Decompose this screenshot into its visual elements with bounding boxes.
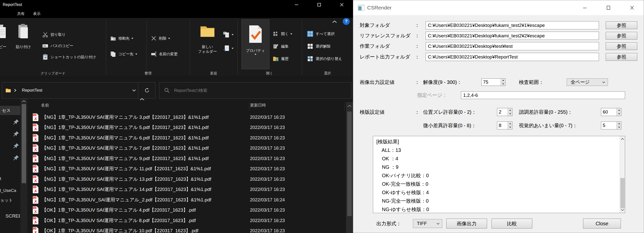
spin-down-button[interactable] <box>617 125 621 129</box>
sidebar-item[interactable]: l_UseCa <box>0 188 20 193</box>
work-folder-input[interactable]: C:¥Users¥EB030221¥Desktop¥test¥test <box>426 42 599 50</box>
minimize-button[interactable] <box>576 0 594 15</box>
position-tolerance-spinner[interactable]: 2 <box>497 108 512 116</box>
spin-up-button[interactable] <box>508 122 512 125</box>
reference-folder-input[interactable]: C:¥Users¥EB030221¥Desktop¥fukami_test2¥2… <box>426 32 599 40</box>
clear-selection-button[interactable]: 選択解除 <box>307 42 353 51</box>
compare-button[interactable]: 比較 <box>492 218 532 228</box>
edit-button[interactable]: 編集 <box>273 42 292 51</box>
copy-button[interactable]: コピー <box>0 18 10 61</box>
column-divider[interactable] <box>249 102 249 111</box>
tab-share[interactable]: 共有 <box>13 9 29 18</box>
refresh-button[interactable] <box>138 82 156 98</box>
select-all-button[interactable]: すべて選択 <box>307 30 353 38</box>
close-button[interactable] <box>330 0 353 9</box>
collapse-ribbon-button[interactable] <box>331 19 338 25</box>
pdf-icon: PDF <box>32 185 39 193</box>
spin-up-button[interactable] <box>617 122 621 125</box>
specified-pages-input[interactable]: 1,2,4-6 <box>461 91 625 99</box>
search-input[interactable]: ReportTestの検索 <box>159 82 352 99</box>
sidebar-item[interactable]: SCREEN <box>6 213 20 219</box>
file-list-scrollbar[interactable] <box>346 102 353 233</box>
file-row[interactable]: PDF【NG】1章_TP-JL350UV SAI運用マニュアル 13.pdf【2… <box>27 174 346 184</box>
report-output-folder-browse-button[interactable]: 参照 <box>606 53 637 61</box>
spin-down-button[interactable] <box>617 112 621 116</box>
file-row[interactable]: PDF【OK】1章_TP-JL350UV SAI運用マニュアル 4.pdf【22… <box>27 205 346 215</box>
copy-to-button[interactable]: コピー先 <box>110 50 146 58</box>
scrollbar-thumb[interactable] <box>22 104 26 183</box>
invert-selection-button[interactable]: 選択の切り替え <box>307 55 353 63</box>
paste-button[interactable]: 貼り付け <box>13 18 34 61</box>
scrollbar-thumb[interactable] <box>347 112 352 216</box>
maximize-button[interactable] <box>600 0 618 15</box>
spin-down-button[interactable] <box>501 82 505 86</box>
file-row[interactable]: PDF【NG】1章_TP-JL350UV SAI運用マニュアル 7.pdf【22… <box>27 143 346 153</box>
minimize-button[interactable] <box>285 0 308 9</box>
copy-path-button[interactable]: パスのコピー <box>42 42 96 50</box>
output-format-select[interactable]: TIFF <box>413 219 442 228</box>
inspection-results-box[interactable]: [検版結果] ALL：13 OK ：4 NG ：9 OK-バイナリ比較：0 OK… <box>373 136 625 213</box>
paste-shortcut-button[interactable]: ショートカットの貼り付け <box>42 53 96 61</box>
sidebar-item[interactable]: ョット <box>0 197 20 203</box>
file-row[interactable]: PDF【NG】1章_TP-JL350UV SAI運用マニュアル 9.pdf【22… <box>27 153 346 164</box>
maximize-button[interactable] <box>308 0 330 9</box>
select-all-icon <box>307 31 314 37</box>
file-row[interactable]: PDF【NG】1章_TP-JL350UV SAI運用マニュアル 3.pdf【22… <box>27 112 346 122</box>
history-button[interactable]: 履歴 <box>273 55 292 63</box>
file-row[interactable]: PDF【NG】1章_TP-JL350UV SAI運用マニュアル 6.pdf【22… <box>27 133 346 143</box>
spin-up-button[interactable] <box>617 108 621 112</box>
spin-up-button[interactable] <box>508 108 512 112</box>
file-row[interactable]: PDF【OK】1章_TP-JL350UV SAI運用マニュアル 8.pdf【22… <box>27 215 346 226</box>
pdf-icon: PDF <box>32 165 39 173</box>
move-to-button[interactable]: 移動先 <box>110 34 146 43</box>
new-folder-button[interactable]: 新しい フォルダー <box>194 18 220 54</box>
results-scrollbar[interactable] <box>620 136 625 213</box>
work-folder-browse-button[interactable]: 参照 <box>606 42 637 50</box>
minor-difference-tolerance-spinner[interactable]: 8 <box>497 121 512 129</box>
spin-down-button[interactable] <box>508 112 512 116</box>
close-dialog-button[interactable]: Close <box>583 218 621 228</box>
easy-access-button[interactable] <box>223 44 234 53</box>
spinner-buttons <box>508 108 512 116</box>
file-row[interactable]: PDF【NG】1章_TP-JL350UV SAI運用マニュアル 5.pdf【22… <box>27 122 346 133</box>
address-bar[interactable]: ReportTest <box>2 82 156 99</box>
tone-tolerance-spinner[interactable]: 60 <box>601 108 621 116</box>
resolution-spinner[interactable]: 75 <box>481 78 506 86</box>
report-output-folder-input[interactable]: C:¥Users¥EB030221¥Desktop¥ReportTest <box>426 53 599 61</box>
sidebar-item-quick-access[interactable]: セス <box>0 106 20 115</box>
column-header-modified[interactable]: 更新日時 <box>250 103 266 108</box>
rename-button[interactable]: 名前の変更 <box>151 50 178 58</box>
inspection-range-select[interactable]: 全ページ <box>567 78 608 86</box>
image-output-button[interactable]: 画像出力 <box>446 218 487 228</box>
search-icon <box>164 88 170 93</box>
spin-up-button[interactable] <box>501 79 505 82</box>
cut-button[interactable]: 切り取り <box>42 30 96 39</box>
help-button[interactable]: ? <box>343 18 350 25</box>
open-button[interactable]: 開く <box>273 30 292 38</box>
visual-ambiguity-spinner[interactable]: 5 <box>601 121 621 129</box>
file-row[interactable]: PDF【NG】1章_TP-JL350UV SAI運用マニュアル 11.pdf【2… <box>27 163 346 174</box>
close-button[interactable] <box>623 0 641 15</box>
spin-down-button[interactable] <box>508 125 512 129</box>
delete-button[interactable]: 削除 <box>151 34 178 43</box>
target-folder-input[interactable]: C:¥Users¥EB030221¥Desktop¥fukami_test2¥1… <box>426 21 599 29</box>
scrollbar-thumb[interactable] <box>620 178 624 208</box>
column-header-name[interactable]: 名前 <box>41 103 49 108</box>
address-dropdown-button[interactable] <box>130 82 138 98</box>
target-folder-browse-button[interactable]: 参照 <box>606 22 637 29</box>
tab-view[interactable]: 表示 <box>29 9 45 18</box>
new-item-button[interactable] <box>223 30 234 39</box>
properties-button[interactable]: プロパティ <box>242 20 270 69</box>
scroll-up-icon <box>620 138 624 140</box>
paste-icon <box>18 20 29 43</box>
file-row[interactable]: PDF【OK】1章_TP-JL350UV SAI運用マニュアル 10.pdf【2… <box>27 225 346 233</box>
file-row[interactable]: PDF【NG】1章_TP-JL350UV_SAI運用マニュアル_2.pdf【22… <box>27 195 346 205</box>
reference-folder-browse-button[interactable]: 参照 <box>606 32 637 40</box>
sidebar-scrollbar[interactable] <box>20 99 27 233</box>
sidebar-item[interactable]: t <box>0 176 20 181</box>
breadcrumb[interactable]: ReportTest <box>22 88 42 93</box>
file-row[interactable]: PDF【NG】1章_TP-JL350UV SAI運用マニュアル 14.pdf【2… <box>27 184 346 195</box>
breadcrumb-chevron-icon <box>14 89 16 92</box>
spinner-buttons <box>617 122 621 129</box>
column-divider[interactable] <box>344 102 344 111</box>
